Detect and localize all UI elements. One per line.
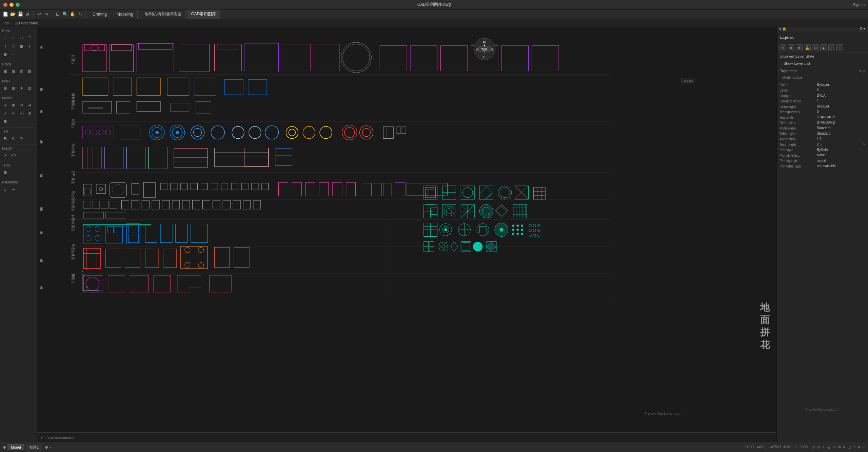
- isolate-layer-btn[interactable]: ◈: [820, 44, 827, 51]
- text-style-value[interactable]: STANDARD: [817, 115, 865, 119]
- zoom-icon[interactable]: 🔍: [62, 11, 68, 18]
- lineweight-icon[interactable]: ≡: [843, 445, 845, 449]
- create-block-icon[interactable]: ⊟: [9, 84, 17, 92]
- polyline-tool[interactable]: ⌇: [1, 42, 9, 50]
- add-layout-icon[interactable]: ⊕: [3, 445, 6, 450]
- orbit-icon[interactable]: ↻: [77, 11, 83, 18]
- cad-canvas[interactable]: 平面床 平面电视柜 平面桌 平面衣柜 平面洁具 平面厨房用品 平面休用椅 平面写…: [37, 27, 776, 442]
- transparency-icon[interactable]: ◫: [847, 445, 851, 449]
- redo-icon[interactable]: ↪: [43, 11, 50, 18]
- model-tab[interactable]: Model: [7, 444, 24, 450]
- insert-table-icon[interactable]: ⊞: [1, 169, 9, 176]
- rect-tool[interactable]: □: [18, 34, 25, 42]
- open-file-icon[interactable]: 📂: [9, 11, 16, 18]
- annotation-value[interactable]: 1:1: [817, 137, 865, 141]
- linetype-value[interactable]: BYLA...: [817, 94, 865, 98]
- layout-tab[interactable]: 布局1: [26, 444, 42, 451]
- delete-layer-btn[interactable]: ✕: [788, 44, 794, 51]
- zoom-extents-icon[interactable]: ⊡: [54, 11, 61, 18]
- merge-layer-btn[interactable]: ⊘: [812, 44, 819, 51]
- extend-tool[interactable]: →|: [18, 110, 25, 117]
- plot-style-value[interactable]: ByColor: [817, 148, 865, 152]
- mtext-icon[interactable]: A: [9, 135, 17, 142]
- undo-icon[interactable]: ↩: [36, 11, 42, 18]
- copy-tool[interactable]: ⊕: [9, 101, 17, 109]
- layer-dropdown-icon[interactable]: ▼: [863, 27, 866, 31]
- prop-toggle-btn[interactable]: ≡: [859, 69, 861, 73]
- offset-tool[interactable]: ⊜: [26, 110, 33, 117]
- ellipse-tool[interactable]: ⬭: [9, 42, 17, 50]
- hatch-pattern2[interactable]: ▤: [9, 67, 17, 75]
- linetype-scale-value[interactable]: 1: [817, 99, 865, 103]
- wblock-icon[interactable]: ⊡: [26, 84, 33, 92]
- fullscreen-button[interactable]: [16, 3, 20, 7]
- lineweight-value[interactable]: ByLayer: [817, 104, 865, 109]
- layer-value[interactable]: 8: [817, 88, 865, 92]
- close-button[interactable]: [3, 3, 7, 7]
- viewport[interactable]: 平面床 平面电视柜 平面桌 平面衣柜 平面洁具 平面厨房用品 平面休用椅 平面写…: [37, 27, 776, 432]
- selection-icon[interactable]: ↗: [853, 445, 856, 449]
- freeze-layer-btn[interactable]: ❄: [796, 44, 803, 51]
- layout-more-icon[interactable]: ›: [50, 445, 51, 450]
- polar-icon[interactable]: ◎: [827, 445, 831, 449]
- walk-layer-btn[interactable]: ↕: [836, 44, 843, 51]
- dimension-value[interactable]: STANDARD: [817, 121, 865, 125]
- pan-icon[interactable]: ✋: [69, 11, 76, 18]
- osnap-icon[interactable]: ⊙: [833, 445, 836, 449]
- plot-style-ta-value[interactable]: None: [817, 153, 865, 157]
- text-height-value[interactable]: 2.5: [817, 142, 863, 146]
- text-height-edit-icon[interactable]: ✎: [863, 143, 865, 146]
- circle-tool[interactable]: ○: [9, 34, 17, 42]
- leader-icon[interactable]: ↗: [1, 152, 9, 159]
- modeling-tab[interactable]: Modeling: [113, 9, 138, 19]
- minimize-button[interactable]: [9, 3, 14, 7]
- color-value[interactable]: ByLayer: [817, 83, 865, 87]
- text-edit-icon[interactable]: ✎: [18, 135, 25, 142]
- hatch-pattern4[interactable]: ▧: [26, 67, 33, 75]
- workspace-icon[interactable]: ⊟: [862, 445, 865, 449]
- annotation-icon[interactable]: A: [858, 445, 860, 449]
- insert-block-icon[interactable]: ⊞: [1, 84, 9, 92]
- line-tool[interactable]: ／: [1, 34, 9, 42]
- text-tool[interactable]: T: [26, 42, 33, 50]
- signin-button[interactable]: Sign In: [853, 3, 865, 7]
- multileader-icon[interactable]: ↗↗: [9, 152, 17, 159]
- library-tab[interactable]: 绘制机构有组织集合: [141, 9, 186, 19]
- scale-tool[interactable]: ⤢: [1, 110, 9, 117]
- mirror-tool[interactable]: ⇌: [26, 101, 33, 109]
- hatch-tool[interactable]: ▦: [18, 42, 25, 50]
- unisolate-layer-btn[interactable]: ⬡: [828, 44, 835, 51]
- plot-style-at-value[interactable]: model: [817, 159, 865, 163]
- fillet-tool[interactable]: ⌒: [9, 118, 17, 125]
- command-input[interactable]: [46, 435, 774, 439]
- grid-icon[interactable]: ⊡: [817, 445, 820, 449]
- ortho-icon[interactable]: ⊥: [822, 445, 825, 449]
- new-file-icon[interactable]: 📄: [2, 11, 9, 18]
- hatch-pattern1[interactable]: ▦: [1, 67, 9, 75]
- save-icon[interactable]: 💾: [17, 11, 24, 18]
- otrack-icon[interactable]: ⊕: [838, 445, 841, 449]
- trim-tool[interactable]: ✂: [9, 110, 17, 117]
- multileader-value[interactable]: Standard: [817, 126, 865, 130]
- point-tool[interactable]: ·: [9, 51, 17, 58]
- transparency-value[interactable]: 0: [817, 110, 865, 114]
- array-tool[interactable]: ⊞: [1, 118, 9, 125]
- add-layout-btn[interactable]: ⊕: [45, 445, 48, 450]
- cad-library-tab[interactable]: CAD常用图库: [187, 9, 220, 19]
- table-style-value[interactable]: Standard: [817, 132, 865, 136]
- snap-icon[interactable]: ⊞: [812, 445, 815, 449]
- explode-icon[interactable]: ✦: [18, 84, 25, 92]
- lock-layer-btn[interactable]: 🔒: [804, 44, 811, 51]
- constraint-icon[interactable]: ⊥: [1, 185, 9, 193]
- block-tool[interactable]: ⊞: [1, 51, 9, 58]
- dimension-icon[interactable]: ⊸: [9, 185, 17, 193]
- print-icon[interactable]: 🖨: [24, 11, 31, 18]
- show-layer-list[interactable]: Show Layer List: [777, 60, 868, 67]
- new-layer-btn[interactable]: ⊕: [780, 44, 786, 51]
- single-text-icon[interactable]: A: [1, 135, 9, 142]
- drafting-tab[interactable]: Drafting: [88, 9, 111, 19]
- window-controls[interactable]: [3, 3, 20, 7]
- move-tool[interactable]: ✛: [1, 101, 9, 109]
- arc-tool[interactable]: ⌒: [26, 34, 33, 42]
- hatch-pattern3[interactable]: ▥: [18, 67, 25, 75]
